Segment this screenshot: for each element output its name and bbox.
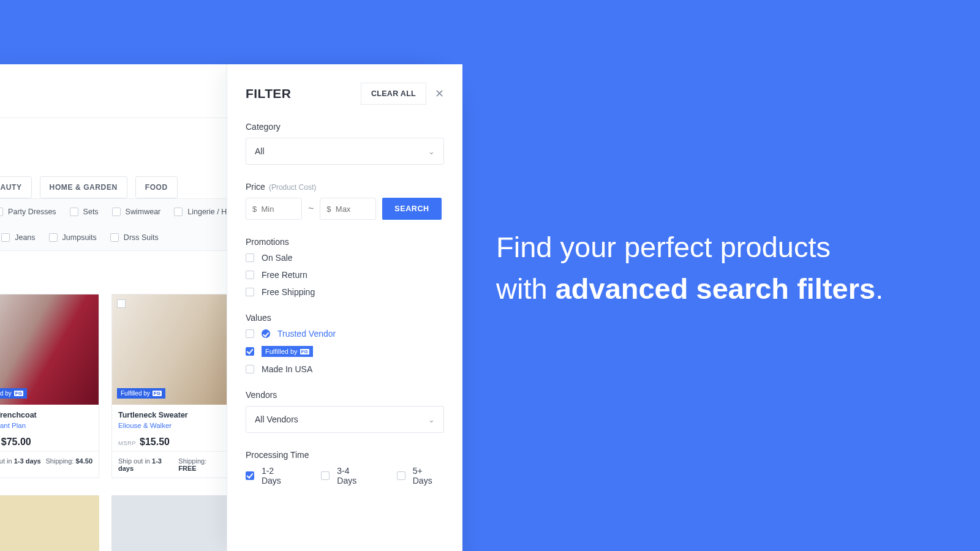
checkbox-icon[interactable]	[246, 347, 254, 356]
subcat-item[interactable]: Sets	[70, 208, 99, 216]
hero-line2a: with	[496, 272, 556, 305]
checkbox-icon[interactable]	[246, 288, 254, 296]
hero-line2b: advanced search filters	[556, 272, 876, 305]
ptime-5plus-days[interactable]: 5+ Days	[397, 466, 444, 485]
value-trusted-vendor[interactable]: Trusted Vendor	[246, 329, 444, 339]
checkbox-icon[interactable]	[1, 233, 10, 242]
chip-home-garden[interactable]: HOME & GARDEN	[40, 176, 127, 198]
fulfilled-by-badge: Fulfilled by FG	[0, 388, 27, 399]
range-separator: ~	[308, 203, 314, 214]
product-name: Turtleneck Sweater	[118, 411, 226, 419]
filter-title: FILTER	[246, 86, 291, 101]
checkbox-icon[interactable]	[246, 329, 254, 338]
vendors-select[interactable]: All Vendors ⌄	[246, 406, 444, 433]
shipping-cost: Shipping: $4.50	[46, 457, 92, 465]
chevron-down-icon: ⌄	[428, 147, 435, 156]
chip-bath-beauty[interactable]: BATH & BEAUTY	[0, 176, 32, 198]
hero-line1: Find your perfect products	[496, 231, 831, 263]
chip-food[interactable]: FOOD	[135, 176, 178, 198]
subcat-item[interactable]: Party Dresses	[0, 208, 56, 216]
product-image[interactable]	[111, 495, 233, 551]
category-select[interactable]: All ⌄	[246, 138, 444, 165]
promotions-label: Promotions	[246, 237, 444, 247]
hero-line2c: .	[875, 272, 883, 305]
ship-info: Ship out in 1-3 days	[118, 457, 178, 472]
product-image: Fulfilled by FG	[112, 294, 232, 405]
subcat-item[interactable]: Jeans	[1, 233, 35, 242]
price-max-input[interactable]	[320, 198, 376, 220]
product-card[interactable]: Fulfilled by FG ed Trenchcoat enchant Pl…	[0, 294, 99, 478]
checkbox-icon[interactable]	[70, 208, 78, 216]
fulfilled-by-badge: Fulfilled by FG	[117, 388, 165, 399]
checkbox-icon[interactable]	[49, 233, 58, 242]
price-min-input[interactable]	[246, 198, 302, 220]
checkbox-icon[interactable]	[174, 208, 183, 216]
values-label: Values	[246, 313, 444, 323]
ptime-3-4-days[interactable]: 3-4 Days	[321, 466, 371, 485]
promo-free-return[interactable]: Free Return	[246, 270, 444, 280]
promo-on-sale[interactable]: On Sale	[246, 253, 444, 263]
product-card[interactable]: Fulfilled by FG Turtleneck Sweater Eliou…	[111, 294, 233, 478]
subcat-item[interactable]: Jumpsuits	[49, 233, 97, 242]
price-label: Price(Product Cost)	[246, 182, 444, 192]
checkbox-icon[interactable]	[246, 365, 254, 373]
promo-free-shipping[interactable]: Free Shipping	[246, 287, 444, 297]
checkbox-icon[interactable]	[112, 208, 121, 216]
value-fulfilled-by[interactable]: Fulfilled byFG	[246, 346, 444, 357]
verified-icon	[262, 329, 270, 338]
chevron-down-icon: ⌄	[428, 415, 435, 424]
clear-all-button[interactable]: CLEAR ALL	[361, 83, 426, 105]
subcat-item[interactable]: Drss Suits	[110, 233, 159, 242]
checkbox-icon[interactable]	[397, 471, 405, 480]
category-value: All	[255, 146, 265, 156]
checkbox-icon[interactable]	[0, 208, 3, 216]
msrp-label: MSRP	[118, 440, 136, 446]
price-search-button[interactable]: SEARCH	[382, 198, 441, 220]
select-checkbox[interactable]	[117, 299, 126, 308]
product-image[interactable]	[0, 495, 99, 551]
checkbox-icon[interactable]	[321, 471, 330, 480]
checkbox-icon[interactable]	[246, 471, 254, 480]
product-vendor[interactable]: enchant Plan	[0, 422, 92, 429]
vendors-label: Vendors	[246, 390, 444, 400]
subcat-item[interactable]: Swimwear	[112, 208, 161, 216]
product-name: ed Trenchcoat	[0, 411, 92, 419]
product-vendor[interactable]: Eliouse & Walker	[118, 422, 226, 429]
product-price: $15.50	[140, 437, 170, 448]
checkbox-icon[interactable]	[246, 271, 254, 279]
checkbox-icon[interactable]	[246, 253, 254, 262]
close-icon[interactable]: ✕	[435, 87, 444, 100]
shipping-cost: Shipping: FREE	[178, 457, 226, 472]
processing-time-label: Processing Time	[246, 450, 444, 460]
filter-panel: FILTER CLEAR ALL ✕ Category All ⌄ Price(…	[227, 64, 462, 551]
hero-text: Find your perfect products with advanced…	[496, 227, 919, 310]
fulfilled-by-badge: Fulfilled byFG	[262, 346, 313, 357]
checkbox-icon[interactable]	[110, 233, 119, 242]
ptime-1-2-days[interactable]: 1-2 Days	[246, 466, 295, 485]
ship-info: hip out in 1-3 days	[0, 457, 41, 465]
value-made-in-usa[interactable]: Made In USA	[246, 364, 444, 374]
category-label: Category	[246, 122, 444, 132]
product-image: Fulfilled by FG	[0, 294, 99, 405]
product-price: $75.00	[1, 437, 31, 448]
vendors-value: All Vendors	[255, 414, 298, 424]
